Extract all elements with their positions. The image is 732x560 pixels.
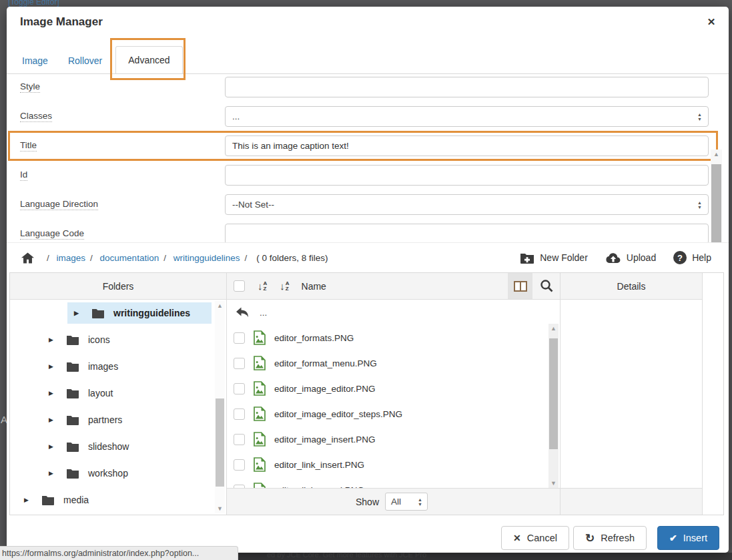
sort-descending-icon[interactable] [280, 280, 289, 292]
upload-button[interactable]: Upload [605, 252, 656, 264]
folder-tree-item[interactable]: layout [10, 380, 226, 406]
expand-caret-icon[interactable] [49, 416, 55, 423]
field-text-input[interactable] [225, 165, 709, 186]
file-checkbox[interactable] [234, 434, 245, 445]
files-panel: Name ... [227, 273, 561, 515]
field-text-input[interactable] [225, 77, 709, 97]
file-row[interactable]: editor_image_editor.PNG [227, 376, 560, 401]
cancel-button[interactable]: Cancel [501, 526, 569, 550]
expand-caret-icon[interactable] [49, 363, 55, 370]
breadcrumb-separator: / [90, 253, 93, 263]
folder-tree-item[interactable]: partners [10, 406, 226, 433]
field-text-input[interactable] [225, 224, 709, 243]
expand-caret-icon[interactable] [49, 336, 55, 343]
folder-icon [41, 495, 55, 505]
tree-scrollbar[interactable] [215, 301, 225, 513]
folder-name: layout [88, 388, 113, 398]
scroll-up-icon[interactable] [548, 324, 559, 333]
form-field-row: Id [7, 165, 729, 186]
page-root: [Toggle Editor] A ed by JCE Core. Get mo… [0, 0, 732, 560]
expand-caret-icon[interactable] [49, 443, 55, 450]
home-icon[interactable] [21, 252, 34, 264]
folder-icon [91, 308, 105, 318]
help-button[interactable]: ? Help [673, 251, 711, 264]
scroll-thumb[interactable] [549, 338, 558, 449]
show-filter-select[interactable]: All [385, 493, 428, 511]
details-body [561, 300, 702, 488]
file-row[interactable]: editor_link_panel.PNG [227, 477, 560, 488]
show-filter-value: All [391, 497, 401, 507]
expand-caret-icon[interactable] [74, 310, 81, 316]
file-row[interactable]: editor_formats.PNG [227, 325, 560, 350]
details-header: Details [561, 273, 702, 300]
folder-summary: ( 0 folders, 8 files) [256, 253, 328, 263]
expand-caret-icon[interactable] [49, 470, 55, 477]
close-icon[interactable] [705, 15, 718, 29]
folder-tree-item[interactable]: writingguidelines [10, 300, 226, 326]
form-field-row: Title This is an image caption text! [7, 135, 729, 156]
expand-caret-icon[interactable] [49, 390, 55, 396]
select-all-checkbox[interactable] [234, 280, 245, 292]
scroll-up-icon[interactable] [215, 301, 225, 310]
breadcrumb-link[interactable]: writingguidelines [173, 253, 240, 263]
file-row[interactable]: editor_format_menu.PNG [227, 350, 560, 376]
new-folder-button[interactable]: New Folder [520, 252, 588, 264]
scroll-down-icon[interactable] [215, 504, 225, 513]
folder-tree-item[interactable]: media [10, 487, 226, 513]
scroll-thumb[interactable] [216, 398, 224, 487]
image-file-icon [254, 356, 266, 370]
browser-status-bubble: https://formalms.org/administrator/index… [0, 546, 238, 560]
folder-name: media [63, 495, 89, 505]
insert-button[interactable]: Insert [657, 526, 719, 550]
scroll-thumb[interactable] [711, 164, 721, 243]
file-checkbox[interactable] [234, 332, 245, 344]
help-label: Help [692, 252, 711, 263]
file-row[interactable]: editor_image_editor_steps.PNG [227, 401, 560, 427]
details-panel: Details [561, 273, 703, 515]
refresh-button[interactable]: Refresh [573, 526, 647, 550]
select-stepper-icon [697, 112, 702, 121]
refresh-label: Refresh [601, 533, 635, 543]
show-label: Show [356, 497, 379, 507]
name-column-header: Name [302, 281, 326, 292]
file-checkbox[interactable] [234, 408, 245, 420]
file-name: editor_link_panel.PNG [274, 485, 364, 489]
file-row[interactable]: editor_link_insert.PNG [227, 452, 560, 477]
file-checkbox[interactable] [234, 358, 245, 369]
field-select[interactable]: --Not Set-- [225, 194, 709, 215]
field-label: Id [20, 170, 27, 180]
expand-caret-icon[interactable] [24, 497, 31, 503]
form-scrollbar[interactable] [711, 150, 722, 243]
folder-tree-item[interactable]: slideshow [10, 433, 226, 460]
sort-ascending-icon[interactable] [258, 280, 267, 292]
field-label: Title [20, 140, 37, 150]
file-checkbox[interactable] [234, 485, 245, 489]
field-select[interactable]: ... [225, 106, 709, 127]
field-text-input[interactable] [225, 135, 709, 156]
folder-name: writingguidelines [113, 308, 190, 318]
search-icon[interactable] [540, 279, 553, 292]
folder-tree-item[interactable]: images [10, 353, 226, 380]
tab[interactable]: Image [22, 48, 48, 73]
folder-icon [66, 388, 79, 398]
svg-text:?: ? [677, 253, 683, 263]
form-field-row: Classes ... [7, 106, 729, 127]
files-scrollbar[interactable] [548, 324, 559, 488]
tab[interactable]: Rollover [68, 48, 102, 73]
breadcrumb-link[interactable]: images [57, 253, 86, 263]
file-row[interactable]: editor_image_insert.PNG [227, 427, 560, 452]
tab[interactable]: Advanced [115, 46, 182, 73]
breadcrumb-link[interactable]: documentation [100, 253, 159, 263]
folder-tree-item[interactable]: icons [10, 326, 226, 353]
parent-folder-row[interactable]: ... [227, 300, 560, 325]
scroll-up-icon[interactable] [711, 150, 722, 159]
folder-tree-item[interactable]: workshop [10, 460, 226, 487]
file-checkbox[interactable] [234, 459, 245, 471]
insert-label: Insert [683, 533, 707, 543]
scroll-down-icon[interactable] [548, 479, 559, 488]
cancel-x-icon [513, 533, 521, 543]
file-name: editor_image_editor_steps.PNG [274, 409, 402, 419]
column-view-toggle-button[interactable] [508, 273, 532, 299]
folder-name: slideshow [88, 441, 129, 452]
file-checkbox[interactable] [234, 383, 245, 394]
